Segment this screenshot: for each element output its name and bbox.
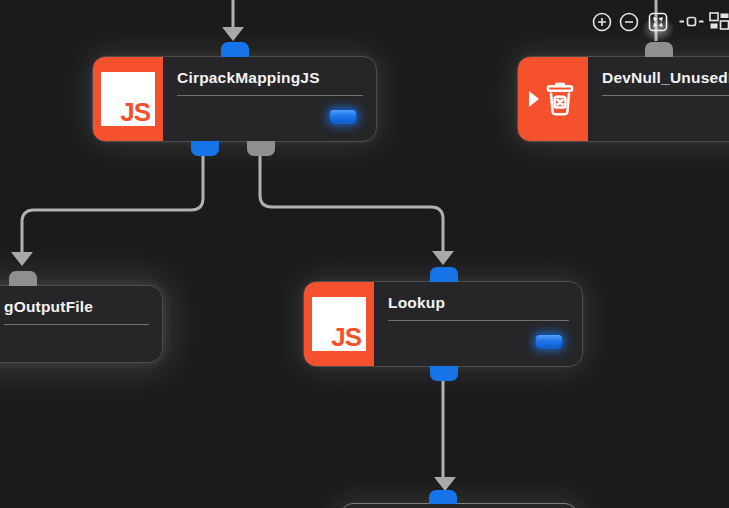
output-port[interactable] xyxy=(430,366,458,381)
zoom-to-fit-icon xyxy=(647,11,669,33)
node-devnull-unused[interactable]: DevNull_UnusedE xyxy=(517,56,729,142)
zoom-in-icon xyxy=(591,11,613,33)
layout-grid-button[interactable] xyxy=(705,8,729,35)
input-port[interactable] xyxy=(430,267,458,282)
input-port[interactable] xyxy=(221,42,249,57)
input-port[interactable] xyxy=(9,271,37,286)
zoom-100-icon xyxy=(678,11,704,33)
zoom-to-fit-button[interactable] xyxy=(644,8,671,35)
js-logo-text: JS xyxy=(331,324,361,350)
js-logo-icon: JS xyxy=(312,297,366,351)
output-port[interactable] xyxy=(191,141,219,156)
node-title: Lookup xyxy=(388,294,569,321)
js-logo-icon: JS xyxy=(101,72,155,126)
node-cirpack-mapping-js[interactable]: JS CirpackMappingJS xyxy=(92,56,377,142)
node-title: CirpackMappingJS xyxy=(177,69,363,96)
node-lookup[interactable]: JS Lookup xyxy=(303,281,583,367)
javascript-transform-icon: JS xyxy=(93,57,163,141)
node-output-file[interactable]: gOutputFile xyxy=(0,285,163,363)
layout-grid-icon xyxy=(708,11,729,32)
input-port[interactable] xyxy=(429,490,457,504)
zoom-out-icon xyxy=(618,11,640,33)
zoom-out-button[interactable] xyxy=(615,8,642,35)
zoom-in-button[interactable] xyxy=(588,8,615,35)
node-partial-bottom[interactable] xyxy=(340,503,578,508)
zoom-100-button[interactable] xyxy=(677,8,704,35)
trash-delete-icon xyxy=(542,79,578,119)
input-port[interactable] xyxy=(645,42,673,57)
data-indicator[interactable] xyxy=(329,109,357,124)
js-logo-text: JS xyxy=(120,99,150,125)
play-arrow-icon xyxy=(529,91,539,107)
node-title: DevNull_UnusedE xyxy=(602,69,729,96)
node-title: gOutputFile xyxy=(4,298,149,325)
pipeline-canvas[interactable]: JS CirpackMappingJS xyxy=(0,0,729,508)
javascript-transform-icon: JS xyxy=(304,282,374,366)
data-indicator[interactable] xyxy=(535,334,563,349)
devnull-transform-icon xyxy=(518,57,588,141)
output-port-secondary[interactable] xyxy=(247,141,275,156)
